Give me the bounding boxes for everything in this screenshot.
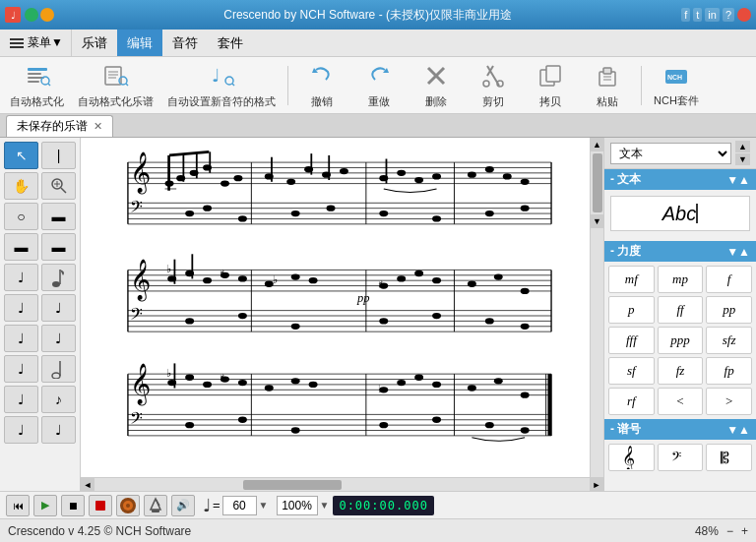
dynamic-mp[interactable]: mp <box>658 266 704 293</box>
dynamic-sfz[interactable]: sfz <box>706 327 752 354</box>
panel-type-select[interactable]: 文本 力度 谱号 <box>610 143 731 164</box>
dynamic-decresc[interactable]: > <box>706 388 752 415</box>
zoom-dropdown-arrow[interactable]: ▼ <box>320 500 330 511</box>
menu-set[interactable]: 套件 <box>208 30 253 56</box>
go-to-start-button[interactable]: ⏮ <box>6 495 30 516</box>
undo-button[interactable]: 撤销 <box>296 62 347 109</box>
svg-point-131 <box>291 324 300 330</box>
dynamic-fff[interactable]: fff <box>608 327 655 354</box>
dynamic-mf[interactable]: mf <box>608 266 655 293</box>
redo-button[interactable]: 重做 <box>353 62 405 109</box>
paste-button[interactable]: 粘贴 <box>582 62 633 109</box>
maximize-button[interactable] <box>40 8 54 22</box>
zoom-out-icon[interactable]: − <box>726 524 733 538</box>
minimize-button[interactable] <box>25 8 38 22</box>
svg-point-92 <box>485 211 494 216</box>
cut-button[interactable]: 剪切 <box>468 62 519 109</box>
panel-scroll-down[interactable]: ▼ <box>735 153 750 165</box>
svg-point-66 <box>233 175 242 181</box>
tool-9a[interactable]: ♩ <box>4 386 38 413</box>
zoom-in-icon[interactable]: + <box>741 524 748 538</box>
auto-format-score-button[interactable]: 自动格式化乐谱 <box>74 62 158 109</box>
vertical-scroll-thumb[interactable] <box>593 153 602 212</box>
bass-clef-btn[interactable]: 𝄢 <box>658 444 704 471</box>
social-tw[interactable]: t <box>693 8 702 22</box>
select-tool[interactable]: ↖ <box>4 142 38 169</box>
zoom-percent: 48% <box>695 524 719 538</box>
delete-button[interactable]: 删除 <box>410 62 462 109</box>
svg-point-118 <box>238 275 247 281</box>
hand-tool[interactable]: ✋ <box>4 172 38 200</box>
instrument-button[interactable] <box>116 495 140 516</box>
scroll-left-button[interactable]: ◄ <box>81 478 94 492</box>
text-preview[interactable]: Abc <box>610 196 750 231</box>
tool-9b[interactable]: ♪ <box>41 386 76 413</box>
tempo-input[interactable] <box>222 496 257 515</box>
stop-button[interactable]: ⏹ <box>61 495 85 516</box>
dynamic-pp[interactable]: pp <box>706 296 752 324</box>
tool-10a[interactable]: ♩ <box>4 416 38 444</box>
scroll-down-button[interactable]: ▼ <box>591 214 604 228</box>
tool-6b[interactable]: ♩ <box>41 294 76 322</box>
record-button[interactable] <box>89 495 112 516</box>
score-notation[interactable]: 𝄞 𝄢 <box>81 138 590 477</box>
horizontal-scroll-thumb[interactable] <box>243 480 343 490</box>
copy-button[interactable]: 拷贝 <box>525 62 576 109</box>
scroll-right-button[interactable]: ► <box>590 478 603 492</box>
dynamic-f[interactable]: f <box>706 266 752 293</box>
close-button[interactable] <box>737 8 751 22</box>
oval-tool[interactable]: ○ <box>4 203 38 230</box>
delete-icon <box>422 62 450 93</box>
toolbar-sep-2 <box>641 66 642 105</box>
tool-7b[interactable]: ♩ <box>41 325 76 352</box>
dynamic-p[interactable]: p <box>608 296 655 324</box>
menu-score[interactable]: 乐谱 <box>72 30 117 56</box>
line-tool[interactable]: | <box>41 142 76 169</box>
dynamic-cresc[interactable]: < <box>658 388 704 415</box>
nch-suite-button[interactable]: NCH NCH套件 <box>650 62 703 109</box>
vertical-scrollbar[interactable]: ▲ ▼ <box>590 138 603 477</box>
tool-6a[interactable]: ♩ <box>4 294 38 322</box>
social-fb[interactable]: f <box>681 8 690 22</box>
menu-edit[interactable]: 编辑 <box>117 30 162 56</box>
alto-clef-btn[interactable]: 𝄡 <box>706 444 752 471</box>
help-icon[interactable]: ? <box>723 8 734 22</box>
dynamic-sf[interactable]: sf <box>608 357 655 385</box>
auto-format-button[interactable]: 自动格式化 <box>6 62 68 109</box>
tab-score1[interactable]: 未保存的乐谱 ✕ <box>6 115 113 137</box>
social-in[interactable]: in <box>705 8 720 22</box>
tempo-dropdown-arrow[interactable]: ▼ <box>259 500 269 511</box>
svg-point-168 <box>468 385 476 391</box>
menu-note[interactable]: 音符 <box>162 30 208 56</box>
svg-line-11 <box>126 84 128 86</box>
auto-set-note-button[interactable]: ♩ 自动设置新音符的格式 <box>163 62 280 109</box>
dynamic-fz[interactable]: fz <box>658 357 704 385</box>
horizontal-scroll-track[interactable] <box>94 480 590 490</box>
scroll-up-button[interactable]: ▲ <box>591 138 604 151</box>
rect-tool[interactable]: ▬ <box>41 203 76 230</box>
tool-7a[interactable]: ♩ <box>4 325 38 352</box>
tool-10b[interactable]: ♩ <box>41 416 76 444</box>
menu-hamburger[interactable]: 菜单▼ <box>2 30 72 56</box>
tool-5b[interactable] <box>41 264 76 291</box>
quarter-note-tool[interactable]: ♩ <box>4 264 38 291</box>
volume-button[interactable]: 🔊 <box>171 495 195 516</box>
tool-4a[interactable]: ▬ <box>4 233 38 261</box>
metronome-button[interactable] <box>144 495 167 516</box>
horizontal-scrollbar[interactable]: ◄ ► <box>81 477 603 491</box>
dynamic-ppp[interactable]: ppp <box>658 327 704 354</box>
dynamic-fp[interactable]: fp <box>706 357 752 385</box>
dynamic-ff[interactable]: ff <box>658 296 704 324</box>
play-button[interactable]: ▶ <box>33 495 57 516</box>
panel-scroll-up[interactable]: ▲ <box>735 141 750 152</box>
treble-clef-btn[interactable]: 𝄞 <box>608 444 655 471</box>
tab-close-icon[interactable]: ✕ <box>94 120 102 133</box>
dynamic-rf[interactable]: rf <box>608 388 655 415</box>
tool-8a[interactable]: ♩ <box>4 355 38 383</box>
svg-point-173 <box>291 427 300 433</box>
tool-4b[interactable]: ▬ <box>41 233 76 261</box>
zoom-tool[interactable] <box>41 172 76 200</box>
zoom-input[interactable] <box>277 496 318 515</box>
undo-icon <box>308 62 336 93</box>
tool-8b[interactable] <box>41 355 76 383</box>
